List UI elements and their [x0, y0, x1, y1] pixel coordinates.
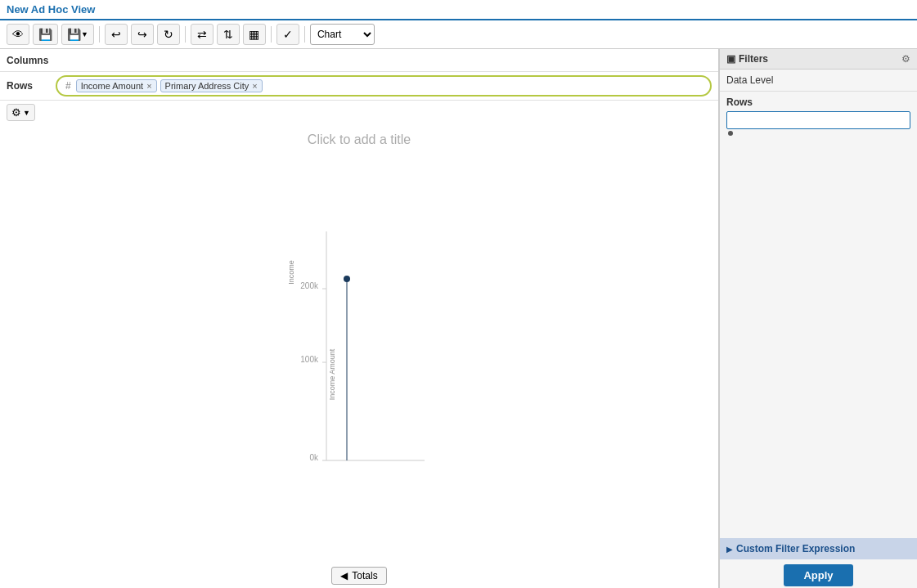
sort-button[interactable]: ⇅: [217, 24, 240, 45]
filters-title: ▣ Filters: [726, 53, 768, 65]
right-panel-spacer: [720, 141, 917, 538]
hash-icon: #: [65, 80, 71, 92]
right-panel: ▣ Filters ⚙ Data Level Rows ▶ Custom Fil…: [719, 49, 917, 588]
columns-label: Columns: [7, 55, 56, 66]
rows-filter-label: Rows: [726, 97, 910, 108]
filter-dot: [728, 131, 733, 136]
chart-area: Click to add a title 200k 100k 0k: [0, 124, 718, 588]
custom-filter-label: Custom Filter Expression: [736, 543, 855, 554]
filter-icon: ▣: [726, 53, 735, 65]
svg-text:200k: 200k: [300, 281, 319, 290]
redo-button[interactable]: ↪: [131, 24, 154, 45]
switch-button[interactable]: ⇄: [191, 24, 214, 45]
separator-3: [271, 26, 272, 43]
table-button[interactable]: ▦: [243, 24, 266, 45]
svg-text:Income: Income: [287, 260, 295, 285]
data-level-section: Data Level: [720, 70, 917, 92]
chart-svg: 200k 100k 0k Income Income Amount: [277, 223, 441, 485]
filters-title-label: Filters: [739, 53, 768, 65]
chart-title-placeholder[interactable]: Click to add a title: [308, 132, 411, 147]
gear-button[interactable]: ⚙▼: [7, 104, 35, 121]
toolbar: 👁 💾 💾▼ ↩ ↪ ↻ ⇄ ⇅ ▦ ✓ Chart Table Crossta…: [0, 20, 917, 49]
rows-filter-section: Rows: [720, 92, 917, 141]
chart-type-select[interactable]: Chart Table Crosstab: [310, 24, 375, 45]
page-title: New Ad Hoc View: [7, 3, 95, 16]
primary-address-city-label: Primary Address City: [165, 81, 249, 91]
undo-button[interactable]: ↩: [105, 24, 128, 45]
rows-label: Rows: [7, 80, 56, 92]
gear-row: ⚙▼: [0, 101, 718, 124]
filters-header: ▣ Filters ⚙: [720, 49, 917, 70]
svg-text:100k: 100k: [300, 355, 319, 364]
primary-address-city-close[interactable]: ×: [252, 81, 257, 91]
totals-button[interactable]: ◀ Totals: [331, 567, 386, 585]
custom-filter-section[interactable]: ▶ Custom Filter Expression: [720, 538, 917, 559]
rows-pills-container: # Income Amount × Primary Address City ×: [56, 75, 712, 97]
check-button[interactable]: ✓: [276, 24, 299, 45]
rows-filter-input[interactable]: [726, 111, 910, 129]
chart-svg-wrapper: 200k 100k 0k Income Income Amount: [0, 147, 718, 560]
save-options-button[interactable]: 💾▼: [61, 24, 94, 45]
separator-2: [185, 26, 186, 43]
data-level-label: Data Level: [726, 74, 773, 86]
save-button[interactable]: 💾: [33, 24, 58, 45]
center-area: Columns Rows # Income Amount × Primary A…: [0, 49, 719, 588]
svg-text:0k: 0k: [309, 453, 319, 462]
refresh-button[interactable]: ↻: [157, 24, 180, 45]
main-layout: Columns Rows # Income Amount × Primary A…: [0, 49, 917, 588]
rows-row: Rows # Income Amount × Primary Address C…: [0, 72, 718, 101]
separator-4: [304, 26, 305, 43]
income-amount-close[interactable]: ×: [146, 81, 151, 91]
apply-btn-row: Apply: [720, 559, 917, 588]
apply-button[interactable]: Apply: [784, 564, 852, 586]
title-bar: New Ad Hoc View: [0, 0, 917, 20]
separator-1: [99, 26, 100, 43]
custom-filter-expand-icon[interactable]: ▶: [726, 545, 733, 554]
primary-address-city-pill: Primary Address City ×: [160, 79, 263, 92]
totals-arrow-icon: ◀: [340, 570, 348, 581]
columns-row: Columns: [0, 49, 718, 72]
income-amount-pill: Income Amount ×: [76, 79, 157, 92]
income-amount-label: Income Amount: [81, 81, 143, 91]
chart-footer: ◀ Totals: [325, 560, 393, 588]
view-button[interactable]: 👁: [7, 24, 29, 45]
filters-options-icon[interactable]: ⚙: [901, 53, 910, 65]
totals-label: Totals: [352, 570, 377, 581]
svg-text:Income Amount: Income Amount: [328, 348, 336, 400]
